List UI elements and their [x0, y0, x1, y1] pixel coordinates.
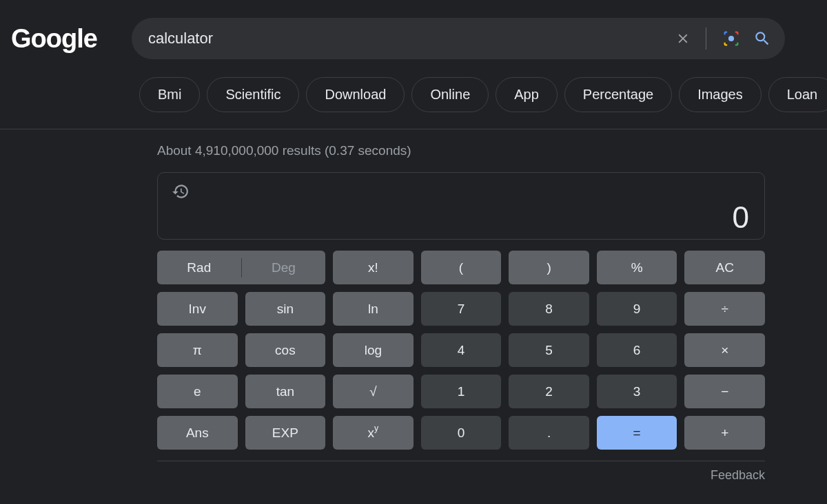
divider — [706, 28, 706, 50]
num0-button[interactable]: 0 — [421, 416, 502, 450]
pow-sup: y — [374, 423, 378, 433]
ln-button[interactable]: ln — [333, 292, 414, 326]
num9-button[interactable]: 9 — [597, 292, 677, 326]
exp-button[interactable]: EXP — [245, 416, 326, 450]
log-button[interactable]: log — [333, 333, 414, 367]
search-bar — [132, 18, 785, 59]
lens-icon[interactable] — [722, 29, 741, 48]
ac-button[interactable]: AC — [684, 251, 765, 284]
num4-button[interactable]: 4 — [421, 333, 502, 367]
results-count: About 4,910,000,000 results (0.37 second… — [157, 143, 827, 158]
num3-button[interactable]: 3 — [597, 375, 677, 408]
deg-label: Deg — [242, 260, 326, 275]
clear-icon[interactable] — [675, 31, 691, 46]
search-input[interactable] — [148, 30, 675, 48]
percent-button[interactable]: % — [597, 251, 677, 284]
dot-button[interactable]: . — [509, 416, 589, 450]
calculator-widget: 0 Rad Deg x! ( ) % AC Inv sin ln 7 8 9 ÷… — [157, 172, 765, 483]
divider — [0, 129, 827, 129]
chip-online[interactable]: Online — [411, 77, 489, 112]
num7-button[interactable]: 7 — [421, 292, 502, 326]
num1-button[interactable]: 1 — [421, 375, 502, 408]
equals-button[interactable]: = — [597, 416, 677, 450]
chip-percentage[interactable]: Percentage — [564, 77, 672, 112]
chip-bmi[interactable]: Bmi — [139, 77, 200, 112]
calc-display: 0 — [157, 172, 765, 240]
num8-button[interactable]: 8 — [509, 292, 589, 326]
inv-button[interactable]: Inv — [157, 292, 238, 326]
plus-button[interactable]: + — [684, 416, 765, 450]
rad-label: Rad — [157, 260, 241, 275]
google-logo[interactable]: Google — [11, 24, 97, 54]
pow-base: x — [368, 426, 375, 441]
num2-button[interactable]: 2 — [509, 375, 589, 408]
ans-button[interactable]: Ans — [157, 416, 238, 450]
chip-images[interactable]: Images — [679, 77, 762, 112]
history-icon[interactable] — [172, 182, 190, 200]
num5-button[interactable]: 5 — [509, 333, 589, 367]
divide-button[interactable]: ÷ — [684, 292, 765, 326]
suggestion-chips: Bmi Scientific Download Online App Perce… — [0, 59, 827, 112]
pi-button[interactable]: π — [157, 333, 238, 367]
chip-scientific[interactable]: Scientific — [207, 77, 299, 112]
rparen-button[interactable]: ) — [509, 251, 589, 284]
display-value: 0 — [733, 200, 749, 235]
tan-button[interactable]: tan — [245, 375, 326, 408]
minus-button[interactable]: − — [684, 375, 765, 408]
e-button[interactable]: e — [157, 375, 238, 408]
multiply-button[interactable]: × — [684, 333, 765, 367]
feedback-link[interactable]: Feedback — [711, 468, 765, 483]
pow-button[interactable]: xy — [333, 416, 414, 450]
rad-deg-toggle[interactable]: Rad Deg — [157, 251, 325, 284]
search-icon[interactable] — [753, 30, 771, 48]
num6-button[interactable]: 6 — [597, 333, 677, 367]
chip-loan[interactable]: Loan — [768, 77, 827, 112]
svg-point-0 — [728, 36, 734, 41]
chip-download[interactable]: Download — [306, 77, 405, 112]
sin-button[interactable]: sin — [245, 292, 326, 326]
cos-button[interactable]: cos — [245, 333, 326, 367]
chip-app[interactable]: App — [496, 77, 558, 112]
factorial-button[interactable]: x! — [333, 251, 414, 284]
lparen-button[interactable]: ( — [421, 251, 502, 284]
sqrt-button[interactable]: √ — [333, 375, 414, 408]
